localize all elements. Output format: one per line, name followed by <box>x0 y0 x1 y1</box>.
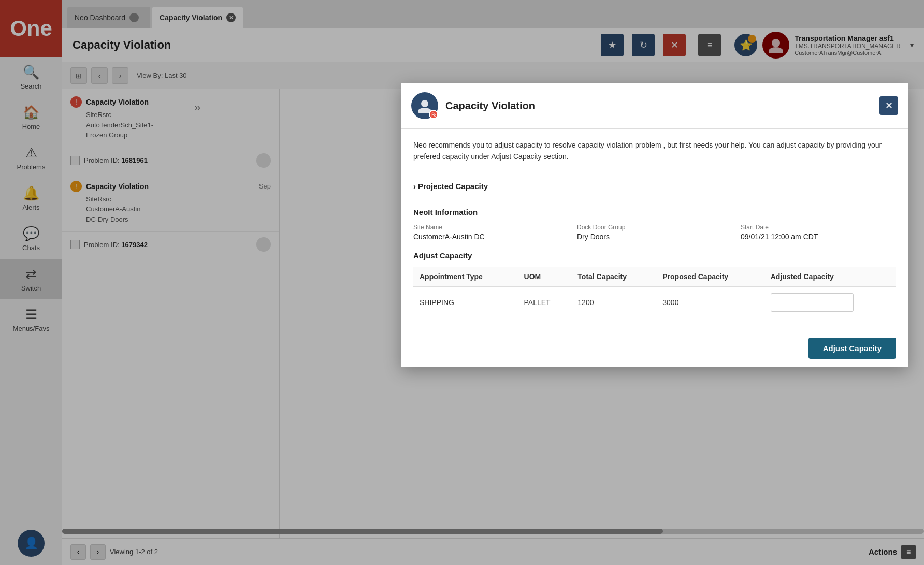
adjust-table: Appointment Type UOM Total Capacity Prop… <box>413 267 896 318</box>
col-uom: UOM <box>518 267 572 286</box>
cell-adjusted-capacity <box>764 286 896 318</box>
svg-point-2 <box>421 100 428 107</box>
cell-total-capacity: 1200 <box>571 286 656 318</box>
start-date-label: Start Date <box>741 224 896 231</box>
projected-capacity-toggle[interactable]: › Projected Capacity <box>413 182 896 191</box>
adjust-capacity-button[interactable]: Adjust Capacity <box>809 338 896 359</box>
overlay: » ℞ Capacity Violation ✕ Neo recommends … <box>0 0 924 565</box>
neoit-title: NeoIt Information <box>413 208 896 216</box>
site-name-field: Site Name CustomerA-Austin DC <box>413 224 569 241</box>
cell-uom: PALLET <box>518 286 572 318</box>
site-name-label: Site Name <box>413 224 569 231</box>
modal: ℞ Capacity Violation ✕ Neo recommends yo… <box>401 83 908 367</box>
col-total-capacity: Total Capacity <box>571 267 656 286</box>
adjusted-capacity-input[interactable] <box>771 293 854 312</box>
neoit-section: NeoIt Information Site Name CustomerA-Au… <box>413 208 896 241</box>
start-date-value: 09/01/21 12:00 am CDT <box>741 233 896 241</box>
col-appointment-type: Appointment Type <box>413 267 518 286</box>
col-proposed-capacity: Proposed Capacity <box>656 267 764 286</box>
modal-footer: Adjust Capacity <box>401 329 908 367</box>
chevron-right-icon: › <box>413 182 416 191</box>
adjust-section: Adjust Capacity Appointment Type UOM Tot… <box>413 251 896 318</box>
start-date-field: Start Date 09/01/21 12:00 am CDT <box>741 224 896 241</box>
site-name-value: CustomerA-Austin DC <box>413 233 569 241</box>
projected-capacity-section: › Projected Capacity <box>413 182 896 191</box>
projected-capacity-label: Projected Capacity <box>418 182 488 191</box>
cell-proposed-capacity: 3000 <box>656 286 764 318</box>
expand-arrows[interactable]: » <box>194 101 200 114</box>
modal-close-button[interactable]: ✕ <box>879 96 898 115</box>
modal-avatar-badge: ℞ <box>429 110 438 119</box>
dock-door-field: Dock Door Group Dry Doors <box>577 224 732 241</box>
modal-description: Neo recommends you to adjust capacity to… <box>413 139 896 163</box>
modal-header: ℞ Capacity Violation ✕ <box>401 83 908 129</box>
cell-appointment-type: SHIPPING <box>413 286 518 318</box>
dock-door-label: Dock Door Group <box>577 224 732 231</box>
dock-door-value: Dry Doors <box>577 233 732 241</box>
neoit-grid: Site Name CustomerA-Austin DC Dock Door … <box>413 224 896 241</box>
modal-title: Capacity Violation <box>445 100 872 112</box>
table-row: SHIPPING PALLET 1200 3000 <box>413 286 896 318</box>
col-adjusted-capacity: Adjusted Capacity <box>764 267 896 286</box>
modal-body: Neo recommends you to adjust capacity to… <box>401 129 908 329</box>
modal-avatar: ℞ <box>411 92 438 119</box>
adjust-title: Adjust Capacity <box>413 251 896 260</box>
